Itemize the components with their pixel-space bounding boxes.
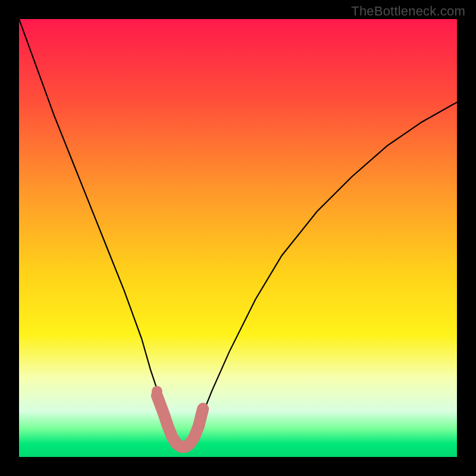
highlight-dot-left (152, 386, 162, 397)
plot-background (19, 19, 457, 457)
chart-svg (19, 19, 457, 457)
chart-frame: TheBottleneck.com (0, 0, 476, 476)
watermark-text: TheBottleneck.com (351, 4, 465, 19)
plot-area (19, 19, 457, 457)
